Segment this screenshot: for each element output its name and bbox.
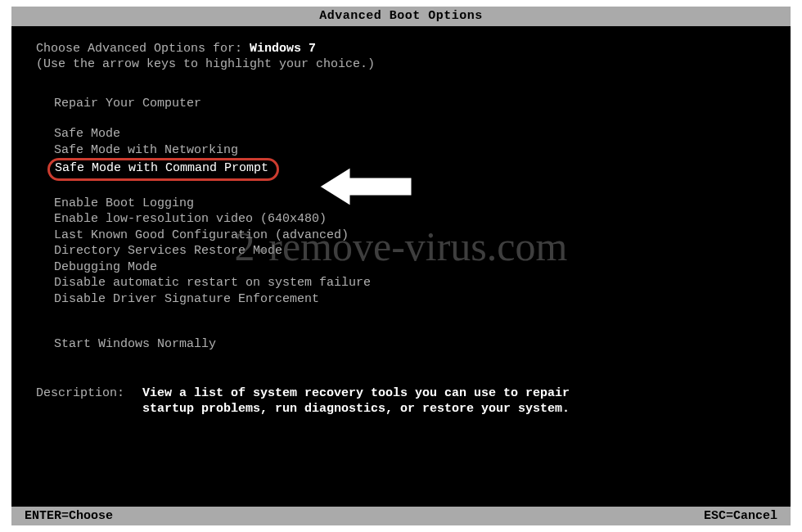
content-area: Choose Advanced Options for: Windows 7 (… [11,26,791,417]
description-block: Description: View a list of system recov… [36,385,766,417]
menu-repair[interactable]: Repair Your Computer [54,96,201,112]
description-label: Description: [36,385,142,417]
prompt-prefix: Choose Advanced Options for: [36,42,250,56]
boot-menu[interactable]: Repair Your Computer Safe Mode Safe Mode… [54,96,766,353]
menu-ds-restore[interactable]: Directory Services Restore Mode [54,243,282,259]
choose-prompt: Choose Advanced Options for: Windows 7 [36,41,766,57]
title-text: Advanced Boot Options [319,9,483,23]
footer-enter: ENTER=Choose [25,508,113,525]
menu-low-res[interactable]: Enable low-resolution video (640x480) [54,211,327,228]
menu-safe-mode-cmd[interactable]: Safe Mode with Command Prompt [47,158,279,181]
menu-safe-mode[interactable]: Safe Mode [54,126,120,142]
pointer-arrow-icon [314,162,421,211]
menu-boot-logging[interactable]: Enable Boot Logging [54,196,194,212]
title-bar: Advanced Boot Options [11,7,791,26]
menu-disable-restart[interactable]: Disable automatic restart on system fail… [54,275,371,291]
arrow-hint: (Use the arrow keys to highlight your ch… [36,56,766,73]
menu-last-known[interactable]: Last Known Good Configuration (advanced) [54,228,349,244]
boot-screen: Advanced Boot Options Choose Advanced Op… [11,7,791,525]
menu-start-normal[interactable]: Start Windows Normally [54,336,216,353]
description-line2: startup problems, run diagnostics, or re… [142,401,766,417]
menu-disable-sig[interactable]: Disable Driver Signature Enforcement [54,291,319,308]
footer-bar: ENTER=Choose ESC=Cancel [11,507,791,526]
description-text: View a list of system recovery tools you… [142,385,766,417]
description-line1: View a list of system recovery tools you… [142,385,766,402]
footer-esc: ESC=Cancel [704,508,777,525]
os-name: Windows 7 [250,42,316,56]
menu-safe-mode-networking[interactable]: Safe Mode with Networking [54,142,238,159]
menu-debugging[interactable]: Debugging Mode [54,259,157,276]
